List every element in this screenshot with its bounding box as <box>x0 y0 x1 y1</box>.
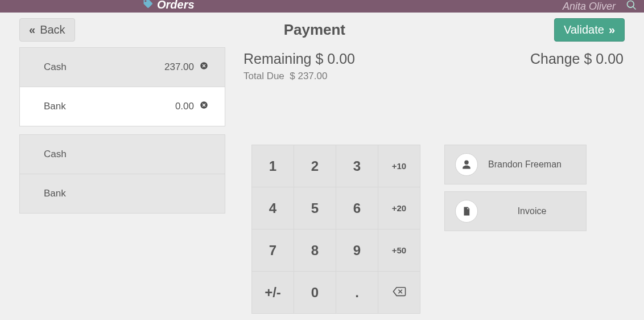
remove-payment-icon[interactable] <box>194 61 213 73</box>
change-label: Change <box>530 51 580 67</box>
numpad-5[interactable]: 5 <box>294 187 336 229</box>
numpad-plusminus[interactable]: +/- <box>252 272 294 314</box>
topbar-section-label: Orders <box>157 0 195 11</box>
payment-line-method: Bank <box>44 101 143 112</box>
change: Change $ 0.00 <box>530 51 624 67</box>
numpad-2[interactable]: 2 <box>294 145 336 187</box>
customer-name: Brandon Freeman <box>488 159 576 170</box>
chevrons-left-icon: « <box>29 23 35 36</box>
numpad-0[interactable]: 0 <box>294 272 336 314</box>
payment-line-method: Cash <box>44 61 143 73</box>
change-value: $ 0.00 <box>584 51 624 67</box>
back-button-label: Back <box>40 23 65 36</box>
payment-method-bank[interactable]: Bank <box>20 174 225 213</box>
invoice-button[interactable]: Invoice <box>444 191 587 231</box>
total-due-value: $ 237.00 <box>290 71 327 81</box>
total-due: Total Due $ 237.00 <box>236 69 625 82</box>
numpad-8[interactable]: 8 <box>294 229 336 272</box>
remaining-label: Remaining <box>243 51 312 67</box>
remaining: Remaining $ 0.00 <box>243 51 355 67</box>
amounts-summary: Remaining $ 0.00 Change $ 0.00 <box>236 47 625 69</box>
topbar-user[interactable]: Anita Oliver <box>563 1 616 13</box>
page-title: Payment <box>75 21 554 39</box>
topbar-section[interactable]: Orders <box>142 0 195 11</box>
numpad: 1 2 3 +10 4 5 6 +20 7 8 9 +50 +/- 0 . <box>251 145 420 314</box>
numpad-9[interactable]: 9 <box>336 229 378 272</box>
numpad-decimal[interactable]: . <box>336 272 378 314</box>
remaining-value: $ 0.00 <box>315 51 355 67</box>
validate-button[interactable]: Validate » <box>554 18 625 42</box>
remove-payment-icon[interactable] <box>194 101 213 112</box>
numpad-1[interactable]: 1 <box>252 145 294 187</box>
backspace-icon <box>392 285 407 301</box>
payment-methods: Cash Bank <box>19 134 225 214</box>
numpad-backspace[interactable] <box>378 272 420 314</box>
document-icon <box>455 200 478 223</box>
topbar: Orders Anita Oliver <box>0 0 644 13</box>
numpad-plus10[interactable]: +10 <box>378 145 420 187</box>
search-icon[interactable] <box>626 0 637 13</box>
customer-button[interactable]: Brandon Freeman <box>444 145 587 184</box>
invoice-label: Invoice <box>488 206 576 216</box>
payment-line[interactable]: Cash 237.00 <box>20 48 225 87</box>
numpad-plus50[interactable]: +50 <box>378 229 420 272</box>
tag-icon <box>142 0 154 11</box>
payment-lines: Cash 237.00 Bank 0.00 <box>19 47 225 126</box>
payment-line-amount: 237.00 <box>143 61 194 73</box>
chevrons-right-icon: » <box>609 23 615 36</box>
total-due-label: Total Due <box>243 71 284 81</box>
back-button[interactable]: « Back <box>19 18 75 42</box>
payment-line-amount: 0.00 <box>143 101 194 112</box>
numpad-7[interactable]: 7 <box>252 229 294 272</box>
payment-method-cash[interactable]: Cash <box>20 135 225 174</box>
validate-button-label: Validate <box>564 23 604 36</box>
user-icon <box>455 153 478 176</box>
numpad-plus20[interactable]: +20 <box>378 187 420 229</box>
numpad-4[interactable]: 4 <box>252 187 294 229</box>
toolbar: « Back Payment Validate » <box>0 13 644 47</box>
payment-line[interactable]: Bank 0.00 <box>20 87 225 126</box>
numpad-6[interactable]: 6 <box>336 187 378 229</box>
numpad-3[interactable]: 3 <box>336 145 378 187</box>
